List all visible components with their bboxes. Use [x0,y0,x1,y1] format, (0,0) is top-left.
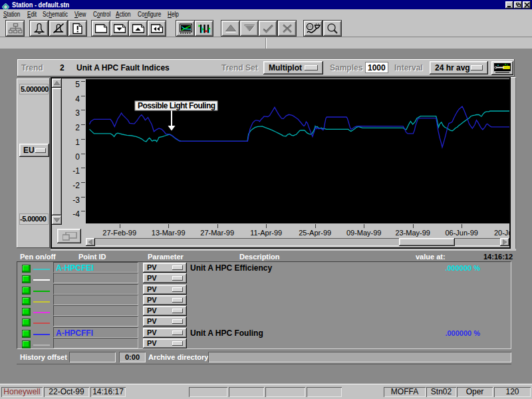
svg-text:Possible Light Fouling: Possible Light Fouling [138,101,215,110]
